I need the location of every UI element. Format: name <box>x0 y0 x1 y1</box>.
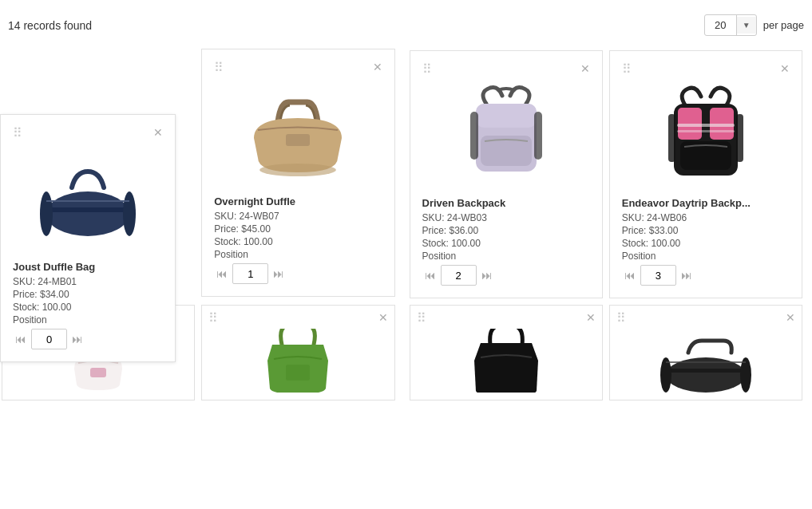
svg-point-0 <box>46 191 129 236</box>
bottom-card-3: ⠿ ✕ <box>410 305 603 400</box>
per-page-dropdown-arrow[interactable]: ▼ <box>737 17 756 34</box>
svg-rect-9 <box>476 104 537 128</box>
product-card-4: ⠿ ✕ <box>609 50 802 298</box>
pos-last-btn-2[interactable]: ⏭ <box>271 266 287 281</box>
product-stock-2: Stock: 100.00 <box>214 236 382 247</box>
svg-rect-10 <box>470 112 478 160</box>
drag-handle-b3[interactable]: ⠿ <box>417 312 426 325</box>
pos-first-btn-2[interactable]: ⏮ <box>214 266 230 281</box>
product-stock-4: Stock: 100.00 <box>622 238 790 249</box>
product-price-1: Price: $34.00 <box>13 289 163 300</box>
close-btn-1[interactable]: ✕ <box>153 127 163 138</box>
product-sku-1: SKU: 24-MB01 <box>13 276 163 287</box>
card-top-3: ⠿ ✕ <box>422 63 590 76</box>
svg-rect-11 <box>534 112 542 160</box>
position-controls-3: ⏮ ⏭ <box>422 265 590 286</box>
product-price-2: Price: $45.00 <box>214 223 382 235</box>
card-top-4: ⠿ ✕ <box>622 63 790 76</box>
pos-first-btn-3[interactable]: ⏮ <box>422 268 438 282</box>
drag-handle-4[interactable]: ⠿ <box>622 63 632 76</box>
product-image-2 <box>214 82 382 186</box>
close-btn-b4[interactable]: ✕ <box>786 312 795 325</box>
drag-handle-3[interactable]: ⠿ <box>422 63 432 76</box>
product-card-2: ⠿ ✕ Overnight Duffle SKU: 24-WB07 Pric <box>201 49 394 297</box>
records-found: 14 records found <box>8 19 92 32</box>
drag-handle-1[interactable]: ⠿ <box>13 127 22 140</box>
bottom-card-4: ⠿ ✕ <box>609 305 802 400</box>
bottom-card-2: ⠿ ✕ <box>201 305 394 400</box>
pos-input-2[interactable] <box>232 263 268 284</box>
position-label-4: Position <box>622 251 790 262</box>
product-sku-4: SKU: 24-WB06 <box>622 212 790 223</box>
svg-rect-18 <box>668 114 675 162</box>
close-btn-4[interactable]: ✕ <box>780 63 790 74</box>
product-name-3: Driven Backpack <box>422 197 590 209</box>
product-sku-2: SKU: 24-WB07 <box>214 211 382 222</box>
svg-point-5 <box>259 164 336 176</box>
pos-first-btn-4[interactable]: ⏮ <box>622 268 638 282</box>
drag-handle-b4[interactable]: ⠿ <box>616 312 626 325</box>
position-label-1: Position <box>13 314 163 326</box>
per-page-label: per page <box>763 19 804 31</box>
drag-handle-2[interactable]: ⠿ <box>214 61 224 74</box>
svg-rect-21 <box>286 365 310 381</box>
position-controls-4: ⏮ ⏭ <box>622 265 790 286</box>
pos-input-4[interactable] <box>640 265 676 286</box>
svg-rect-15 <box>677 124 735 127</box>
svg-rect-6 <box>286 134 310 146</box>
svg-rect-16 <box>677 130 735 132</box>
product-name-1: Joust Duffle Bag <box>13 261 163 273</box>
close-btn-2[interactable]: ✕ <box>373 61 382 73</box>
svg-rect-19 <box>736 114 743 162</box>
pos-input-3[interactable] <box>441 265 477 286</box>
product-name-2: Overnight Duffle <box>214 195 382 207</box>
position-label-2: Position <box>214 249 382 260</box>
pos-last-btn-1[interactable]: ⏭ <box>69 332 85 346</box>
card-top-2: ⠿ ✕ <box>214 61 382 74</box>
product-price-4: Price: $33.00 <box>622 225 790 236</box>
pos-last-btn-3[interactable]: ⏭ <box>479 268 495 282</box>
product-sku-3: SKU: 24-WB03 <box>422 212 590 223</box>
close-btn-3[interactable]: ✕ <box>580 63 590 74</box>
product-name-4: Endeavor Daytrip Backp... <box>622 197 790 209</box>
product-stock-3: Stock: 100.00 <box>422 238 590 249</box>
pos-last-btn-4[interactable]: ⏭ <box>679 268 695 282</box>
position-label-3: Position <box>422 251 590 262</box>
per-page-container: 20 ▼ per page <box>704 14 804 36</box>
card-top-1: ⠿ ✕ <box>13 127 163 140</box>
close-btn-b2[interactable]: ✕ <box>378 312 388 325</box>
product-card-1: ⠿ ✕ Joust Duffle Bag SKU: 24-MB01 Price:… <box>0 114 176 362</box>
svg-rect-23 <box>666 369 746 373</box>
pos-input-1[interactable] <box>31 329 67 349</box>
product-image-3 <box>422 84 590 187</box>
page-header: 14 records found 20 ▼ per page <box>8 8 804 49</box>
drag-handle-b2[interactable]: ⠿ <box>208 312 218 325</box>
product-image-4 <box>622 84 790 187</box>
position-controls-1: ⏮ ⏭ <box>13 329 163 349</box>
product-card-3: ⠿ ✕ Driven <box>410 50 603 298</box>
product-price-3: Price: $36.00 <box>422 225 590 236</box>
svg-point-3 <box>123 191 136 236</box>
product-image-1 <box>13 148 163 251</box>
svg-rect-1 <box>46 207 129 212</box>
svg-rect-20 <box>90 368 106 377</box>
close-btn-b3[interactable]: ✕ <box>586 312 596 325</box>
per-page-value: 20 <box>705 15 737 35</box>
pos-first-btn-1[interactable]: ⏮ <box>13 332 29 346</box>
per-page-select[interactable]: 20 ▼ <box>704 14 757 36</box>
svg-point-2 <box>40 191 53 236</box>
product-stock-1: Stock: 100.00 <box>13 302 163 313</box>
position-controls-2: ⏮ ⏭ <box>214 263 382 284</box>
